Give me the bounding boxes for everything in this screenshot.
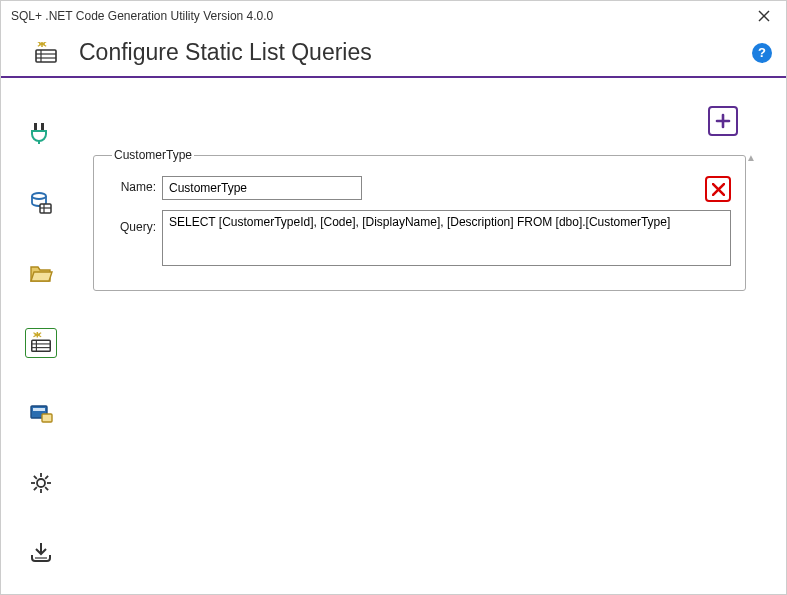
folder-icon bbox=[29, 262, 53, 284]
plus-icon bbox=[715, 113, 731, 129]
options-icon bbox=[29, 402, 53, 424]
name-input[interactable] bbox=[162, 176, 362, 200]
main-panel: ▲ CustomerType Name: Query: bbox=[81, 78, 786, 585]
svg-line-35 bbox=[34, 487, 37, 490]
query-textarea[interactable] bbox=[162, 210, 731, 266]
svg-line-34 bbox=[45, 487, 48, 490]
query-group: CustomerType Name: Query: bbox=[93, 148, 746, 291]
name-label: Name: bbox=[108, 176, 162, 194]
svg-line-36 bbox=[45, 476, 48, 479]
close-button[interactable] bbox=[752, 10, 776, 22]
help-button[interactable]: ? bbox=[752, 43, 772, 63]
window-title: SQL+ .NET Code Generation Utility Versio… bbox=[11, 9, 273, 23]
add-query-button[interactable] bbox=[708, 106, 738, 136]
database-schema-icon bbox=[29, 191, 53, 215]
nav-connection[interactable] bbox=[25, 118, 57, 148]
delete-query-button[interactable] bbox=[705, 176, 731, 202]
svg-rect-26 bbox=[33, 408, 45, 411]
content-scrollbar[interactable]: ▲ bbox=[746, 152, 756, 571]
static-list-icon bbox=[29, 332, 53, 354]
svg-rect-6 bbox=[36, 50, 56, 62]
static-list-header-icon bbox=[33, 42, 59, 64]
query-legend: CustomerType bbox=[112, 148, 194, 162]
settings-icon bbox=[29, 471, 53, 495]
nav-settings[interactable] bbox=[25, 468, 57, 498]
svg-rect-10 bbox=[34, 123, 37, 131]
sidebar bbox=[1, 78, 81, 585]
svg-line-33 bbox=[34, 476, 37, 479]
connection-icon bbox=[29, 121, 53, 145]
nav-static-list[interactable] bbox=[25, 328, 57, 358]
page-title: Configure Static List Queries bbox=[79, 39, 372, 66]
scroll-up-arrow[interactable]: ▲ bbox=[746, 152, 756, 163]
generate-icon bbox=[29, 541, 53, 565]
titlebar: SQL+ .NET Code Generation Utility Versio… bbox=[1, 1, 786, 31]
svg-point-28 bbox=[37, 479, 45, 487]
svg-rect-21 bbox=[32, 340, 50, 351]
delete-icon bbox=[712, 183, 725, 196]
page-header: Configure Static List Queries ? bbox=[1, 31, 786, 78]
nav-options[interactable] bbox=[25, 398, 57, 428]
nav-database-schema[interactable] bbox=[25, 188, 57, 218]
close-icon bbox=[758, 10, 770, 22]
nav-folder[interactable] bbox=[25, 258, 57, 288]
svg-rect-27 bbox=[42, 414, 52, 422]
svg-point-13 bbox=[32, 193, 46, 199]
query-label: Query: bbox=[108, 210, 162, 234]
svg-rect-11 bbox=[41, 123, 44, 131]
nav-generate[interactable] bbox=[25, 538, 57, 568]
